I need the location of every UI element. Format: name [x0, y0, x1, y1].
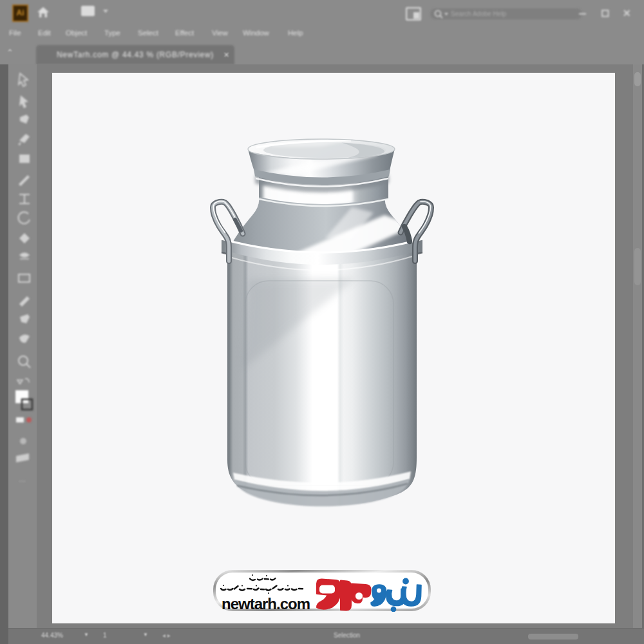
svg-text:newtarh.com: newtarh.com — [222, 595, 310, 612]
